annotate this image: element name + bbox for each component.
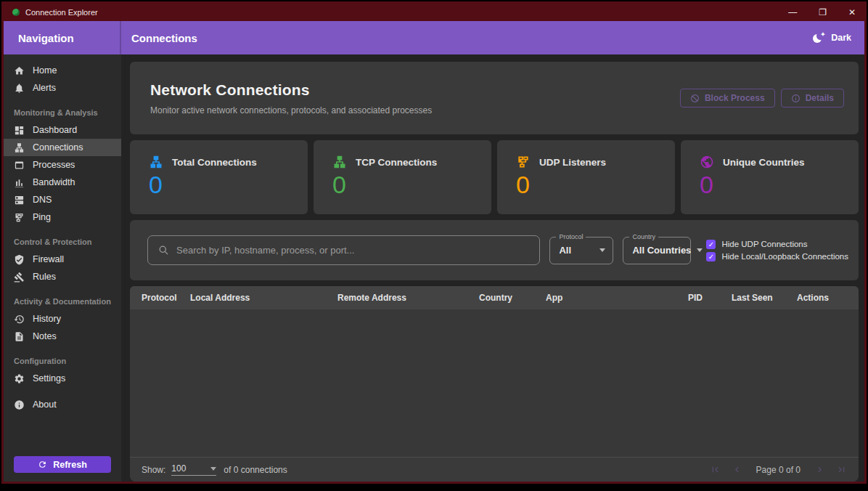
checkbox-checked-icon[interactable]: ✓ xyxy=(706,240,716,249)
first-page-icon[interactable] xyxy=(710,464,721,475)
sidebar-item-history[interactable]: History xyxy=(4,310,121,328)
details-button[interactable]: Details xyxy=(781,89,844,107)
stat-card-total-connections: Total Connections 0 xyxy=(130,140,308,214)
sidebar-section-activity: Activity & Documentation xyxy=(4,293,121,310)
protocol-select[interactable]: Protocol All xyxy=(549,237,613,264)
sidebar-item-about[interactable]: About xyxy=(4,396,121,413)
column-country[interactable]: Country xyxy=(479,293,546,303)
section-title: Network Connections xyxy=(150,81,432,99)
total-connections-label: of 0 connections xyxy=(224,465,287,475)
page-header-panel: Network Connections Monitor active netwo… xyxy=(130,62,859,134)
next-page-icon[interactable] xyxy=(814,464,825,475)
column-last-seen[interactable]: Last Seen xyxy=(732,293,797,303)
chevron-down-icon xyxy=(210,467,216,471)
stat-label: Unique Countries xyxy=(723,157,805,168)
sidebar-item-label: About xyxy=(33,399,57,410)
sidebar-item-processes[interactable]: Processes xyxy=(4,156,121,174)
sidebar-item-firewall[interactable]: Firewall xyxy=(4,251,121,268)
moon-icon: ✦ xyxy=(813,32,825,44)
refresh-icon xyxy=(38,460,47,469)
sidebar-item-notes[interactable]: Notes xyxy=(4,328,121,345)
hide-local-checkbox-row[interactable]: ✓ Hide Local/Loopback Connections xyxy=(706,252,848,261)
stat-value: 0 xyxy=(516,172,656,198)
history-clock-icon xyxy=(14,314,25,325)
country-select-label: Country xyxy=(629,233,658,240)
sidebar-item-home[interactable]: Home xyxy=(4,62,121,79)
note-icon xyxy=(14,331,25,342)
sidebar-section-configuration: Configuration xyxy=(4,352,121,370)
page-title: Connections xyxy=(131,32,197,44)
block-process-label: Block Process xyxy=(705,93,765,103)
ping-icon xyxy=(14,212,25,223)
hide-udp-label: Hide UDP Connections xyxy=(721,240,807,248)
column-local-address[interactable]: Local Address xyxy=(190,293,337,303)
stat-value: 0 xyxy=(149,172,289,198)
sidebar-item-rules[interactable]: Rules xyxy=(4,268,121,285)
pagination: Page 0 of 0 xyxy=(710,464,847,475)
sidebar: Home Alerts Monitoring & Analysis Dashbo… xyxy=(4,54,121,482)
block-process-button[interactable]: Block Process xyxy=(680,89,775,107)
sidebar-item-label: Home xyxy=(33,65,57,76)
chevron-down-icon xyxy=(697,248,703,252)
sidebar-item-connections[interactable]: Connections xyxy=(4,139,121,156)
close-button[interactable]: ✕ xyxy=(848,8,856,17)
column-protocol[interactable]: Protocol xyxy=(142,293,190,303)
sidebar-item-alerts[interactable]: Alerts xyxy=(4,79,121,97)
sidebar-item-label: Ping xyxy=(33,212,51,222)
titlebar: Connection Explorer — ❐ ✕ xyxy=(4,4,864,21)
home-icon xyxy=(14,65,25,76)
search-input[interactable] xyxy=(176,245,529,256)
sidebar-section-monitoring: Monitoring & Analysis xyxy=(4,104,121,121)
stat-card-unique-countries: Unique Countries 0 xyxy=(681,140,859,214)
sidebar-item-label: Alerts xyxy=(33,83,56,93)
sidebar-item-ping[interactable]: Ping xyxy=(4,208,121,226)
sidebar-item-label: Processes xyxy=(33,160,75,170)
sidebar-item-label: Bandwidth xyxy=(33,177,75,187)
sidebar-item-label: History xyxy=(33,314,61,324)
page-status: Page 0 of 0 xyxy=(756,465,801,475)
lan-icon xyxy=(149,155,163,169)
previous-page-icon[interactable] xyxy=(732,464,742,475)
sidebar-item-settings[interactable]: Settings xyxy=(4,370,121,387)
window-icon xyxy=(14,160,25,171)
stat-value: 0 xyxy=(332,172,472,198)
sidebar-item-dashboard[interactable]: Dashboard xyxy=(4,121,121,139)
stat-label: TCP Connections xyxy=(356,157,437,168)
details-label: Details xyxy=(806,93,834,103)
minimize-button[interactable]: — xyxy=(788,8,797,17)
stat-card-udp-listeners: UDP Listeners 0 xyxy=(497,140,675,214)
sidebar-item-bandwidth[interactable]: Bandwidth xyxy=(4,174,121,191)
country-select-value: All Countries xyxy=(632,245,691,256)
checkbox-checked-icon[interactable]: ✓ xyxy=(706,252,716,261)
bar-chart-icon xyxy=(14,177,25,188)
column-actions: Actions xyxy=(797,293,847,303)
info-circle-icon xyxy=(791,94,801,103)
sidebar-item-label: Connections xyxy=(33,142,83,153)
column-app[interactable]: App xyxy=(546,293,688,303)
hide-udp-checkbox-row[interactable]: ✓ Hide UDP Connections xyxy=(706,240,848,249)
sidebar-item-dns[interactable]: DNS xyxy=(4,191,121,208)
table-body xyxy=(130,309,859,457)
theme-toggle-label: Dark xyxy=(831,33,851,43)
sidebar-item-label: DNS xyxy=(33,195,52,205)
dashboard-icon xyxy=(14,125,25,136)
maximize-button[interactable]: ❐ xyxy=(819,8,827,17)
lan-nodes-icon xyxy=(516,155,531,169)
shield-check-icon xyxy=(14,254,25,265)
last-page-icon[interactable] xyxy=(836,464,847,475)
stat-label: Total Connections xyxy=(172,157,257,168)
filter-panel: Protocol All Country All Countries ✓ Hid… xyxy=(130,220,859,280)
section-subtitle: Monitor active network connections, prot… xyxy=(150,105,432,115)
show-label: Show: xyxy=(142,465,165,475)
column-remote-address[interactable]: Remote Address xyxy=(337,293,479,303)
chevron-down-icon xyxy=(599,248,605,252)
column-pid[interactable]: PID xyxy=(688,293,732,303)
country-select[interactable]: Country All Countries xyxy=(623,237,691,264)
sidebar-item-label: Firewall xyxy=(33,254,64,264)
page-size-select[interactable]: 100 xyxy=(171,463,216,476)
search-box xyxy=(147,235,540,265)
refresh-button[interactable]: Refresh xyxy=(14,456,111,473)
server-icon xyxy=(14,195,25,206)
lan-icon xyxy=(332,155,347,169)
theme-toggle[interactable]: ✦ Dark xyxy=(813,32,851,44)
